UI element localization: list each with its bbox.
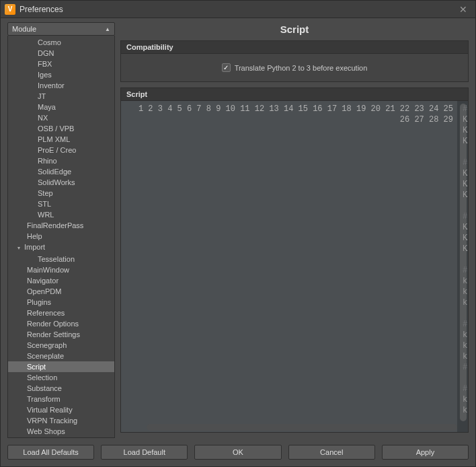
sidebar-item-import[interactable]: ▾Import <box>8 242 114 254</box>
script-group: Script 1 2 3 4 5 6 7 8 9 10 11 12 13 14 … <box>120 87 469 433</box>
sidebar-item-label: DGN <box>38 49 54 57</box>
sidebar-item-mainwindow[interactable]: MainWindow <box>8 264 114 275</box>
sidebar-item-virtual-reality[interactable]: Virtual Reality <box>8 404 114 415</box>
sidebar-item-nx[interactable]: NX <box>8 112 114 123</box>
sidebar-item-help[interactable]: Help <box>8 231 114 242</box>
sidebar-item-label: Help <box>27 232 42 240</box>
sidebar-item-label: Web Shops <box>27 427 65 435</box>
sidebar-item-label: PLM XML <box>38 135 70 143</box>
sidebar-item-tesselation[interactable]: Tesselation <box>8 254 114 264</box>
sidebar: Module ▲ CosmoDGNFBXIgesInventorJTMayaNX… <box>7 22 115 438</box>
sidebar-item-plm-xml[interactable]: PLM XML <box>8 134 114 145</box>
sidebar-item-label: WRL <box>38 211 54 219</box>
sidebar-item-openpdm[interactable]: OpenPDM <box>8 286 114 297</box>
sidebar-item-finalrenderpass[interactable]: FinalRenderPass <box>8 220 114 231</box>
compatibility-header: Compatibility <box>121 41 468 54</box>
module-tree: CosmoDGNFBXIgesInventorJTMayaNXOSB / VPB… <box>8 36 114 438</box>
cancel-button[interactable]: Cancel <box>288 445 375 460</box>
sidebar-item-inventor[interactable]: Inventor <box>8 80 114 91</box>
sidebar-item-label: Iges <box>38 71 52 79</box>
sidebar-item-jt[interactable]: JT <box>8 91 114 102</box>
line-gutter: 1 2 3 4 5 6 7 8 9 10 11 12 13 14 15 16 1… <box>121 101 457 432</box>
sidebar-item-label: MainWindow <box>27 266 69 274</box>
sidebar-item-rhino[interactable]: Rhino <box>8 155 114 166</box>
sidebar-item-label: Transform <box>27 395 61 403</box>
sidebar-item-label: Inventor <box>38 81 65 89</box>
module-selector-label: Module <box>12 25 36 33</box>
sidebar-item-label: Navigator <box>27 277 58 285</box>
titlebar: V Preferences ✕ <box>1 1 475 18</box>
sidebar-item-substance[interactable]: Substance <box>8 383 114 394</box>
sidebar-item-label: FBX <box>38 60 52 68</box>
sidebar-item-solidworks[interactable]: SolidWorks <box>8 177 114 188</box>
sidebar-item-label: ProE / Creo <box>38 146 76 154</box>
sidebar-item-plugins[interactable]: Plugins <box>8 297 114 308</box>
sidebar-item-label: Tesselation <box>38 255 75 263</box>
sidebar-item-label: Maya <box>38 103 56 111</box>
sidebar-item-label: STL <box>38 200 51 208</box>
sidebar-item-label: SolidEdge <box>38 168 71 176</box>
sidebar-item-label: OSB / VPB <box>38 124 74 133</box>
module-tree-scroll[interactable]: CosmoDGNFBXIgesInventorJTMayaNXOSB / VPB… <box>7 36 115 438</box>
sidebar-item-label: Script <box>27 363 46 371</box>
sidebar-item-proe-creo[interactable]: ProE / Creo <box>8 145 114 155</box>
sidebar-item-render-options[interactable]: Render Options <box>8 318 114 329</box>
sidebar-item-step[interactable]: Step <box>8 188 114 199</box>
app-icon: V <box>5 4 15 15</box>
translate-py2to3-label: Translate Python 2 to 3 before execution <box>235 64 368 72</box>
sidebar-item-label: Selection <box>27 373 57 382</box>
sidebar-item-webinterface[interactable]: WebInterface <box>8 437 114 438</box>
sidebar-item-navigator[interactable]: Navigator <box>8 275 114 286</box>
sidebar-item-solidedge[interactable]: SolidEdge <box>8 166 114 177</box>
sidebar-item-label: Step <box>38 189 53 197</box>
sidebar-item-label: Cosmo <box>38 38 61 46</box>
sidebar-item-label: Import <box>24 243 45 251</box>
apply-button[interactable]: Apply <box>382 445 469 460</box>
sidebar-item-cosmo[interactable]: Cosmo <box>8 37 114 48</box>
translate-py2to3-row[interactable]: ✓ Translate Python 2 to 3 before executi… <box>126 59 463 76</box>
load-all-defaults-button[interactable]: Load All Defaults <box>7 445 94 460</box>
page-title: Script <box>120 22 469 40</box>
sidebar-item-wrl[interactable]: WRL <box>8 209 114 220</box>
editor-scrollbar-horizontal[interactable] <box>147 424 457 431</box>
sidebar-item-iges[interactable]: Iges <box>8 69 114 80</box>
sidebar-item-label: References <box>27 309 65 317</box>
editor-scrollbar-vertical[interactable] <box>460 104 467 421</box>
sidebar-item-stl[interactable]: STL <box>8 199 114 209</box>
sidebar-item-render-settings[interactable]: Render Settings <box>8 329 114 340</box>
sidebar-item-selection[interactable]: Selection <box>8 372 114 383</box>
sidebar-item-label: Scenegraph <box>27 341 67 349</box>
sidebar-item-scenegraph[interactable]: Scenegraph <box>8 340 114 351</box>
content-panel: Script Compatibility ✓ Translate Python … <box>120 22 469 438</box>
sidebar-item-label: SolidWorks <box>38 178 75 186</box>
sidebar-item-label: NX <box>38 114 48 122</box>
sidebar-item-web-shops[interactable]: Web Shops <box>8 426 114 437</box>
sidebar-item-references[interactable]: References <box>8 308 114 318</box>
sidebar-item-fbx[interactable]: FBX <box>8 59 114 69</box>
close-icon[interactable]: ✕ <box>455 3 471 16</box>
translate-py2to3-checkbox[interactable]: ✓ <box>222 63 231 72</box>
sidebar-item-script[interactable]: Script <box>8 361 114 372</box>
sidebar-item-label: Substance <box>27 384 62 392</box>
window-title: Preferences <box>19 5 455 14</box>
sidebar-item-osb-vpb[interactable]: OSB / VPB <box>8 123 114 134</box>
sidebar-item-label: JT <box>38 92 46 100</box>
script-header: Script <box>121 88 468 101</box>
sidebar-item-label: FinalRenderPass <box>27 221 83 229</box>
sidebar-item-label: Virtual Reality <box>27 406 73 414</box>
script-editor[interactable]: 1 2 3 4 5 6 7 8 9 10 11 12 13 14 15 16 1… <box>121 101 468 432</box>
sidebar-item-label: VRPN Tracking <box>27 417 77 425</box>
sidebar-item-label: Rhino <box>38 157 57 165</box>
sidebar-item-label: Render Settings <box>27 330 80 338</box>
ok-button[interactable]: OK <box>194 445 281 460</box>
sidebar-item-label: Sceneplate <box>27 352 64 360</box>
sidebar-item-label: OpenPDM <box>27 287 61 295</box>
sidebar-item-dgn[interactable]: DGN <box>8 48 114 59</box>
module-selector[interactable]: Module ▲ <box>7 22 115 36</box>
sidebar-item-sceneplate[interactable]: Sceneplate <box>8 351 114 361</box>
sidebar-item-maya[interactable]: Maya <box>8 102 114 112</box>
sidebar-item-transform[interactable]: Transform <box>8 394 114 404</box>
load-default-button[interactable]: Load Default <box>101 445 188 460</box>
sidebar-item-vrpn-tracking[interactable]: VRPN Tracking <box>8 415 114 426</box>
expander-icon[interactable]: ▾ <box>17 244 24 253</box>
